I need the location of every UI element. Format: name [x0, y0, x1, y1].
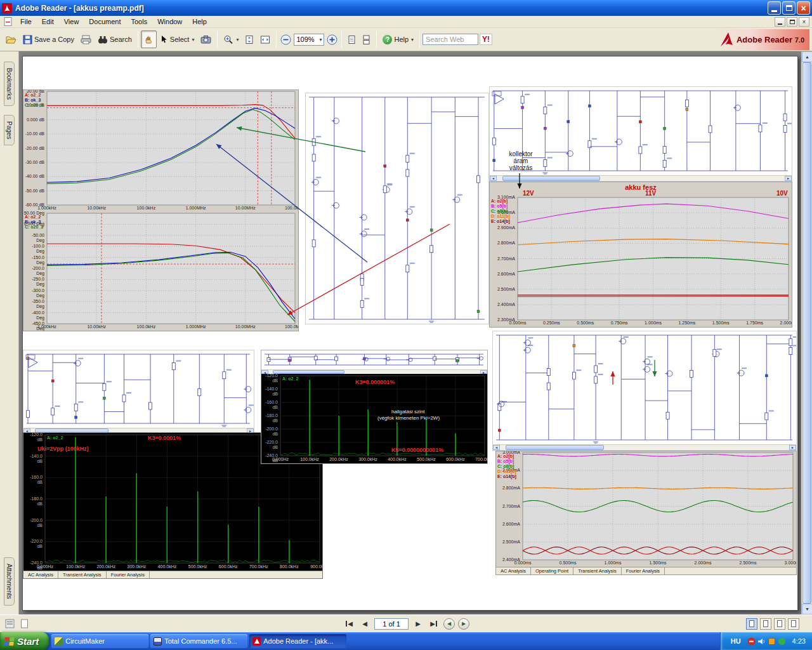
zoom-level-value: 109% — [296, 36, 314, 43]
status-bar: ◀ ◀ 1 of 1 ▶ ▶ ◀ ▶ — [0, 614, 812, 632]
analysis-tab-operating-point[interactable]: Operating Point — [531, 567, 573, 574]
next-view-button[interactable]: ▶ — [458, 618, 469, 630]
zoom-tool-button[interactable]: ▾ — [220, 30, 242, 48]
restore-button[interactable] — [782, 1, 796, 15]
horizontal-scrollbar[interactable]: ◄ ► — [493, 444, 796, 450]
adobe-reader-app-icon — [2, 3, 12, 13]
help-button[interactable]: ? Help▾ — [379, 30, 417, 48]
start-button[interactable]: Start — [0, 632, 49, 650]
save-a-copy-button[interactable]: Save a Copy — [20, 30, 77, 48]
search-button[interactable]: Search — [95, 30, 135, 48]
zoom-out-button[interactable] — [279, 33, 292, 46]
menu-view[interactable]: View — [59, 17, 84, 27]
analysis-tab-transient-analysis[interactable]: Transient Analysis — [58, 571, 107, 578]
x-tick-label: 700.0kHz — [471, 457, 488, 462]
menu-window[interactable]: Window — [152, 17, 187, 27]
scroll-left-icon[interactable]: ◄ — [490, 176, 497, 181]
tray-scheduler-icon[interactable] — [768, 637, 776, 646]
select-tool-button[interactable]: Select▾ — [157, 30, 198, 48]
analysis-tab-fourier-analysis[interactable]: Fourier Analysis — [622, 567, 665, 574]
previous-page-button[interactable]: ◀ — [358, 618, 371, 630]
vertical-scrollbar[interactable]: ▲ ▼ — [801, 51, 812, 614]
scrollbar-thumb[interactable] — [506, 445, 604, 450]
taskbar-task-2[interactable]: Total Commander 6.5... — [150, 634, 247, 648]
horizontal-scrollbar[interactable]: ◄ ► — [490, 175, 792, 181]
taskbar-task-3[interactable]: Adobe Reader - [akk... — [249, 634, 346, 648]
transient-plot-panel: 3.000mA2.900mA2.800mA2.700mA2.600mA2.500… — [495, 451, 797, 575]
y-tick-label: -350.0 Deg — [23, 299, 46, 309]
document-minimize-button[interactable] — [775, 17, 785, 27]
continuous-facing-view-button[interactable] — [788, 618, 799, 630]
scroll-up-icon[interactable]: ▲ — [802, 51, 812, 62]
toolbar-separator — [419, 31, 420, 48]
menu-edit[interactable]: Edit — [37, 17, 59, 27]
tray-messenger-icon[interactable] — [778, 637, 786, 646]
single-page-layout-button[interactable] — [344, 30, 359, 48]
page-size-icon[interactable] — [20, 619, 29, 628]
previous-view-button[interactable]: ◀ — [443, 618, 455, 630]
fit-width-button[interactable] — [257, 30, 273, 48]
continuous-layout-button[interactable] — [359, 30, 374, 48]
scroll-right-icon[interactable]: ► — [785, 176, 792, 181]
plot-canvas — [490, 182, 792, 327]
continuous-view-button[interactable] — [760, 618, 771, 630]
document-close-button[interactable]: × — [799, 17, 809, 27]
scrollbar-track[interactable] — [497, 176, 785, 181]
first-page-button[interactable]: ◀ — [343, 618, 355, 630]
scroll-down-icon[interactable]: ▼ — [802, 604, 812, 614]
open-button[interactable] — [3, 30, 20, 48]
next-page-button[interactable]: ▶ — [412, 618, 424, 630]
scrollbar-thumb[interactable] — [502, 176, 600, 181]
scrollbar-track[interactable] — [500, 445, 789, 450]
system-tray: HU 4:23 — [720, 632, 812, 650]
close-button[interactable]: × — [797, 1, 810, 15]
menu-bar: FileEditViewDocumentToolsWindowHelp × — [0, 16, 812, 28]
menu-tools[interactable]: Tools — [126, 17, 153, 27]
y-tick-label: -300.0 Deg — [23, 288, 46, 298]
sidebar-tab-attachments[interactable]: Attachments — [4, 557, 15, 606]
taskbar-clock[interactable]: 4:23 — [790, 637, 806, 645]
fit-page-button[interactable] — [242, 30, 257, 48]
language-indicator[interactable]: HU — [728, 637, 743, 646]
minimize-button[interactable] — [768, 1, 781, 15]
facing-view-button[interactable] — [774, 618, 785, 630]
scroll-right-icon[interactable]: ► — [789, 445, 796, 450]
x-tick-label: 10.00MHz — [232, 324, 259, 329]
single-page-view-button[interactable] — [746, 618, 757, 630]
analysis-tab-fourier-analysis[interactable]: Fourier Analysis — [107, 571, 150, 578]
x-tick-label: 0.250ms — [537, 321, 565, 326]
last-page-button[interactable]: ▶ — [428, 618, 440, 630]
sidebar-tab-bookmarks[interactable]: Bookmarks — [4, 62, 15, 106]
y-tick-label: 2.600mA — [496, 522, 522, 527]
volume-icon[interactable] — [757, 637, 766, 646]
circuit-strip-left: ◄ ► — [23, 350, 254, 434]
print-button[interactable] — [77, 30, 95, 48]
zoom-level-select[interactable]: 109%▾ — [294, 34, 324, 46]
tray-antivirus-icon[interactable] — [747, 637, 756, 646]
x-tick-label: 0.500ms — [572, 321, 599, 326]
document-status-icon[interactable] — [5, 619, 15, 628]
horizontal-scrollbar[interactable]: ◄ ► — [261, 369, 487, 374]
zoom-in-button[interactable] — [325, 33, 339, 46]
x-tick-label: 0.000ms — [509, 560, 537, 566]
analysis-tab-transient-analysis[interactable]: Transient Analysis — [573, 567, 622, 574]
scrollbar-thumb[interactable] — [802, 62, 811, 604]
x-tick-label: 2.500ms — [734, 560, 762, 566]
page-number-field[interactable]: 1 of 1 — [374, 618, 409, 630]
taskbar-task-1[interactable]: CircuitMaker — [51, 634, 148, 648]
y-tick-label: -180.0 dB — [261, 413, 280, 423]
yahoo-icon[interactable]: Y! — [480, 34, 492, 45]
menu-help[interactable]: Help — [187, 17, 212, 27]
scroll-left-icon[interactable]: ◄ — [493, 445, 500, 450]
plot-legend: A: o2[b]B: o5[b]C: o8[b]D: o11[b]E: o14[… — [491, 199, 510, 224]
menu-file[interactable]: File — [15, 17, 37, 27]
analysis-tab-ac-analysis[interactable]: AC Analysis — [496, 567, 531, 574]
snapshot-tool-button[interactable] — [197, 30, 214, 48]
menu-document[interactable]: Document — [84, 17, 126, 27]
search-web-input[interactable] — [422, 34, 478, 45]
sidebar-tab-pages[interactable]: Pages — [4, 115, 15, 145]
analysis-tab-ac-analysis[interactable]: AC Analysis — [23, 571, 58, 578]
k5-small-label: K5=0.0000000001% — [391, 447, 443, 453]
document-restore-button[interactable] — [787, 17, 797, 27]
hand-tool-button[interactable] — [141, 30, 157, 48]
